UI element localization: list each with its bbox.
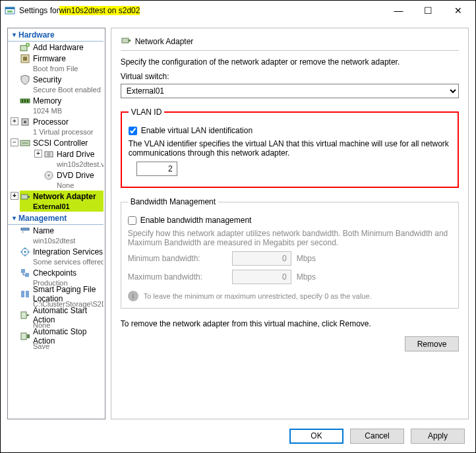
remove-button[interactable]: Remove	[405, 336, 459, 351]
vlan-desc: The VLAN identifier specifies the virtua…	[129, 139, 451, 158]
window-icon	[5, 5, 15, 16]
bandwidth-desc: Specify how this network adapter utilize…	[128, 229, 452, 247]
maximize-button[interactable]: ☐	[413, 1, 443, 20]
min-bandwidth-unit: Mbps	[297, 254, 316, 263]
node-sub: None	[44, 181, 104, 191]
bandwidth-info: To leave the minimum or maximum unrestri…	[144, 292, 372, 300]
node-memory[interactable]: Memory 1024 MB	[8, 95, 104, 116]
svg-rect-8	[22, 100, 23, 102]
node-auto-stop[interactable]: Automatic Stop Action Save	[8, 330, 104, 351]
node-processor[interactable]: + Processor 1 Virtual processor	[8, 116, 104, 137]
node-label: Network Adapter	[33, 192, 96, 201]
expander-icon[interactable]: +	[34, 150, 42, 158]
minimize-button[interactable]: —	[384, 1, 413, 20]
max-bandwidth-input	[232, 270, 291, 284]
close-button[interactable]: ✕	[443, 1, 473, 20]
node-label: Smart Paging File Location	[33, 285, 104, 303]
svg-rect-6	[23, 57, 27, 61]
titlebar: Settings for win10s2dtest on s2d02 — ☐ ✕	[1, 1, 475, 20]
node-sub: Boot from File	[20, 64, 104, 74]
hard-drive-icon	[44, 149, 54, 160]
bandwidth-group: Bandwidth Management Enable bandwidth ma…	[121, 197, 459, 309]
svg-rect-30	[26, 291, 29, 297]
vlan-enable-label: Enable virtual LAN identification	[141, 126, 253, 135]
svg-point-20	[48, 174, 50, 176]
node-sub: External01	[20, 202, 104, 212]
svg-point-16	[26, 142, 28, 144]
svg-rect-3	[20, 45, 27, 51]
svg-rect-10	[27, 100, 28, 102]
name-icon: I	[20, 226, 30, 236]
node-sub: 1024 MB	[20, 106, 104, 116]
info-icon: i	[128, 291, 138, 301]
network-adapter-icon	[121, 35, 131, 47]
svg-point-15	[24, 142, 26, 144]
node-hard-drive[interactable]: + Hard Drive win10s2dtest.vhdx	[32, 148, 104, 169]
min-bandwidth-label: Minimum bandwidth:	[128, 254, 227, 263]
node-sub: Some services offered	[20, 257, 104, 267]
min-bandwidth-input	[232, 251, 291, 266]
max-bandwidth-unit: Mbps	[297, 272, 316, 282]
chevron-down-icon: ▾	[9, 214, 18, 222]
node-security[interactable]: Security Secure Boot enabled	[8, 74, 104, 95]
node-label: Automatic Start Action	[33, 306, 104, 324]
svg-rect-32	[21, 333, 26, 340]
auto-start-icon	[20, 310, 30, 320]
title-prefix: Settings for	[19, 6, 59, 15]
svg-rect-27	[21, 269, 25, 273]
svg-text:I: I	[22, 230, 24, 234]
node-label: SCSI Controller	[33, 138, 88, 148]
svg-rect-9	[24, 100, 26, 102]
svg-rect-22	[28, 196, 30, 198]
node-network-adapter[interactable]: + Network Adapter External01	[8, 191, 104, 212]
chevron-down-icon: ▾	[9, 31, 18, 38]
expander-icon[interactable]: +	[11, 117, 18, 125]
node-sub: win10s2dtest.vhdx	[44, 160, 104, 169]
category-hardware[interactable]: ▾ Hardware	[8, 28, 104, 42]
bandwidth-enable-checkbox[interactable]	[128, 216, 136, 225]
checkpoints-icon	[20, 268, 30, 278]
settings-tree[interactable]: ▾ Hardware Add Hardware Firmware Boot fr…	[7, 28, 105, 419]
svg-rect-28	[25, 273, 29, 277]
node-sub: 1 Virtual processor	[20, 127, 104, 137]
node-name[interactable]: I Name win10s2dtest	[8, 225, 104, 246]
node-label: Automatic Stop Action	[33, 327, 104, 346]
virtual-switch-label: Virtual switch:	[121, 72, 459, 81]
node-scsi[interactable]: − SCSI Controller + Hard Drive win10s2dt…	[8, 137, 104, 191]
svg-rect-31	[21, 312, 26, 318]
shield-icon	[20, 75, 30, 85]
svg-rect-35	[129, 40, 131, 42]
window-title: Settings for win10s2dtest on s2d02	[19, 6, 140, 15]
node-label: Security	[33, 75, 61, 84]
cancel-button[interactable]: Cancel	[350, 429, 404, 444]
svg-rect-29	[21, 291, 24, 297]
integration-icon	[20, 247, 30, 257]
paging-file-icon	[20, 289, 30, 299]
node-label: Name	[33, 226, 54, 235]
svg-rect-1	[5, 7, 15, 9]
svg-rect-21	[21, 195, 28, 199]
vlan-enable-checkbox[interactable]	[129, 127, 137, 135]
expander-icon[interactable]: +	[11, 192, 18, 200]
bandwidth-legend: Bandwidth Management	[128, 197, 218, 206]
node-label: Checkpoints	[33, 268, 76, 278]
svg-rect-2	[7, 11, 13, 13]
node-label: Add Hardware	[33, 43, 84, 52]
ok-button[interactable]: OK	[289, 429, 343, 444]
svg-rect-34	[122, 38, 129, 43]
apply-button[interactable]: Apply	[411, 429, 465, 444]
virtual-switch-select[interactable]: External01	[121, 84, 459, 98]
node-dvd-drive[interactable]: DVD Drive None	[32, 169, 104, 191]
panel-header: Network Adapter	[121, 32, 459, 51]
vlan-id-input[interactable]	[136, 162, 177, 176]
node-firmware[interactable]: Firmware Boot from File	[8, 53, 104, 74]
node-add-hardware[interactable]: Add Hardware	[8, 42, 104, 53]
category-management-label: Management	[18, 214, 67, 223]
category-management[interactable]: ▾ Management	[8, 212, 104, 225]
processor-icon	[20, 117, 30, 127]
node-integration-services[interactable]: Integration Services Some services offer…	[8, 246, 104, 267]
expander-icon[interactable]: −	[11, 138, 18, 146]
vlan-legend: VLAN ID	[129, 107, 165, 117]
scsi-icon	[20, 138, 30, 148]
node-label: Processor	[33, 117, 69, 127]
